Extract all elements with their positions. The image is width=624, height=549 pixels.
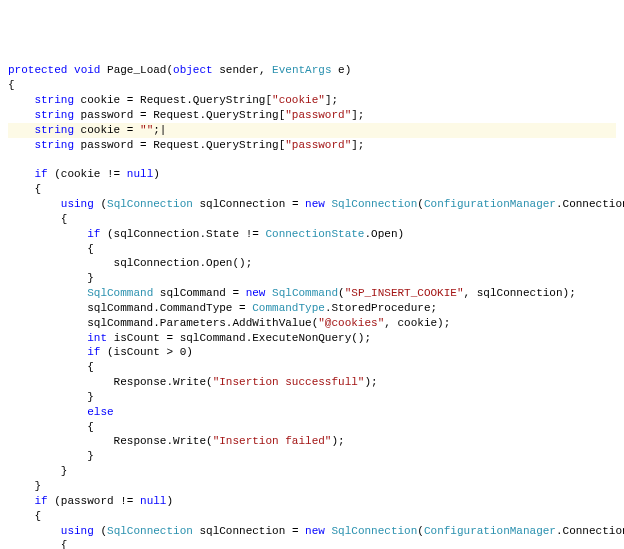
keyword: object <box>173 64 213 76</box>
highlighted-line: string cookie = "";| <box>8 123 616 138</box>
keyword: protected <box>8 64 67 76</box>
code-editor[interactable]: protected void Page_Load(object sender, … <box>8 63 616 549</box>
method-name: Page_Load( <box>100 64 173 76</box>
keyword: void <box>74 64 100 76</box>
type: EventArgs <box>272 64 331 76</box>
